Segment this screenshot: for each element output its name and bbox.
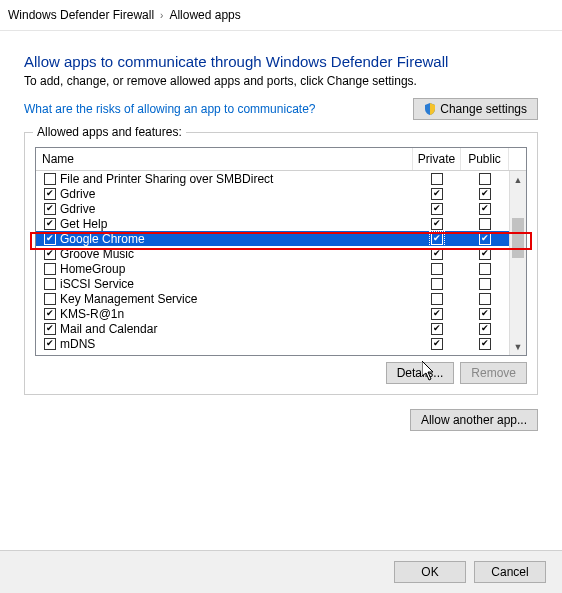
cancel-button[interactable]: Cancel <box>474 561 546 583</box>
checkbox-enabled[interactable] <box>44 248 56 260</box>
table-row[interactable]: KMS-R@1n <box>36 306 526 321</box>
checkbox-enabled[interactable] <box>44 233 56 245</box>
checkbox-enabled[interactable] <box>44 338 56 350</box>
checkbox-private[interactable] <box>431 233 443 245</box>
checkbox-private[interactable] <box>431 188 443 200</box>
checkbox-public[interactable] <box>479 308 491 320</box>
breadcrumb-root[interactable]: Windows Defender Firewall <box>8 8 154 22</box>
table-row[interactable]: File and Printer Sharing over SMBDirect <box>36 171 526 186</box>
column-header-name[interactable]: Name <box>36 148 413 170</box>
checkbox-enabled[interactable] <box>44 263 56 275</box>
checkbox-private[interactable] <box>431 293 443 305</box>
checkbox-private[interactable] <box>431 308 443 320</box>
row-name: Mail and Calendar <box>60 322 157 336</box>
allowed-apps-group: Allowed apps and features: Name Private … <box>24 132 538 395</box>
column-header-scroll-spacer <box>509 148 526 170</box>
scroll-up-icon[interactable]: ▲ <box>510 171 526 188</box>
row-name: Key Management Service <box>60 292 197 306</box>
row-name: Get Help <box>60 217 107 231</box>
row-name: Google Chrome <box>60 232 145 246</box>
page-title: Allow apps to communicate through Window… <box>24 53 538 70</box>
checkbox-enabled[interactable] <box>44 323 56 335</box>
risks-link[interactable]: What are the risks of allowing an app to… <box>24 102 315 116</box>
breadcrumb-current: Allowed apps <box>169 8 240 22</box>
table-row[interactable]: Google Chrome <box>36 231 526 246</box>
row-name: File and Printer Sharing over SMBDirect <box>60 172 273 186</box>
details-button[interactable]: Details... <box>386 362 455 384</box>
breadcrumb: Windows Defender Firewall › Allowed apps <box>0 0 562 31</box>
table-row[interactable]: Get Help <box>36 216 526 231</box>
checkbox-public[interactable] <box>479 263 491 275</box>
table-row[interactable]: Gdrive <box>36 186 526 201</box>
table-row[interactable]: HomeGroup <box>36 261 526 276</box>
checkbox-public[interactable] <box>479 293 491 305</box>
row-name: mDNS <box>60 337 95 351</box>
row-name: HomeGroup <box>60 262 125 276</box>
table-row[interactable]: Gdrive <box>36 201 526 216</box>
column-header-private[interactable]: Private <box>413 148 461 170</box>
checkbox-private[interactable] <box>431 263 443 275</box>
shield-icon <box>424 103 436 115</box>
group-label: Allowed apps and features: <box>33 125 186 139</box>
table-header: Name Private Public <box>36 148 526 171</box>
change-settings-label: Change settings <box>440 102 527 116</box>
row-name: Gdrive <box>60 187 95 201</box>
table-row[interactable]: Groove Music <box>36 246 526 261</box>
checkbox-public[interactable] <box>479 173 491 185</box>
checkbox-public[interactable] <box>479 233 491 245</box>
apps-table: Name Private Public File and Printer Sha… <box>35 147 527 356</box>
checkbox-enabled[interactable] <box>44 308 56 320</box>
checkbox-public[interactable] <box>479 248 491 260</box>
checkbox-enabled[interactable] <box>44 218 56 230</box>
table-row[interactable]: Mail and Calendar <box>36 321 526 336</box>
checkbox-enabled[interactable] <box>44 278 56 290</box>
checkbox-public[interactable] <box>479 188 491 200</box>
remove-button[interactable]: Remove <box>460 362 527 384</box>
row-name: KMS-R@1n <box>60 307 124 321</box>
table-row[interactable]: Key Management Service <box>36 291 526 306</box>
checkbox-public[interactable] <box>479 278 491 290</box>
checkbox-enabled[interactable] <box>44 203 56 215</box>
column-header-public[interactable]: Public <box>461 148 509 170</box>
table-row[interactable]: mDNS <box>36 336 526 351</box>
allow-another-app-button[interactable]: Allow another app... <box>410 409 538 431</box>
checkbox-public[interactable] <box>479 338 491 350</box>
row-name: iSCSI Service <box>60 277 134 291</box>
checkbox-enabled[interactable] <box>44 173 56 185</box>
checkbox-private[interactable] <box>431 173 443 185</box>
scrollbar-vertical[interactable]: ▲ ▼ <box>509 171 526 355</box>
scroll-thumb[interactable] <box>512 218 524 258</box>
row-name: Groove Music <box>60 247 134 261</box>
checkbox-public[interactable] <box>479 218 491 230</box>
checkbox-private[interactable] <box>431 218 443 230</box>
checkbox-private[interactable] <box>431 248 443 260</box>
checkbox-private[interactable] <box>431 203 443 215</box>
checkbox-enabled[interactable] <box>44 188 56 200</box>
table-row[interactable]: iSCSI Service <box>36 276 526 291</box>
checkbox-public[interactable] <box>479 203 491 215</box>
content-area: Allow apps to communicate through Window… <box>0 31 562 439</box>
checkbox-private[interactable] <box>431 278 443 290</box>
ok-button[interactable]: OK <box>394 561 466 583</box>
change-settings-button[interactable]: Change settings <box>413 98 538 120</box>
checkbox-enabled[interactable] <box>44 293 56 305</box>
chevron-right-icon: › <box>160 10 163 21</box>
scroll-down-icon[interactable]: ▼ <box>510 338 526 355</box>
row-name: Gdrive <box>60 202 95 216</box>
checkbox-private[interactable] <box>431 338 443 350</box>
table-body: File and Printer Sharing over SMBDirectG… <box>36 171 526 355</box>
page-subtitle: To add, change, or remove allowed apps a… <box>24 74 538 88</box>
scroll-track[interactable] <box>510 188 526 338</box>
checkbox-private[interactable] <box>431 323 443 335</box>
dialog-footer: OK Cancel <box>0 550 562 593</box>
checkbox-public[interactable] <box>479 323 491 335</box>
